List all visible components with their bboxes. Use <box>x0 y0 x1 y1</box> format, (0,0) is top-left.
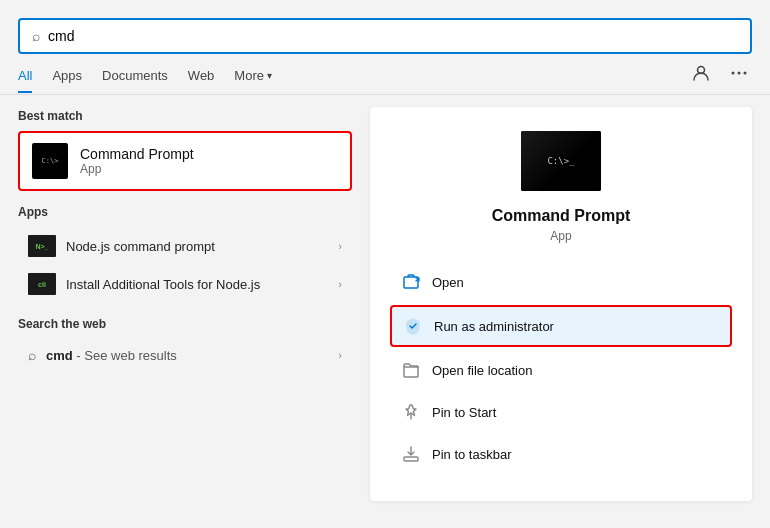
folder-icon <box>400 359 422 381</box>
chevron-right-icon: › <box>338 240 342 252</box>
best-match-item[interactable]: C:\> Command Prompt App <box>18 131 352 191</box>
apps-section-label: Apps <box>18 205 352 219</box>
tab-apps[interactable]: Apps <box>52 64 82 93</box>
chevron-down-icon: ▾ <box>267 70 272 81</box>
app-item-nodejs-cmd: Node.js command prompt <box>66 239 328 254</box>
person-icon <box>692 64 710 82</box>
nav-tabs: All Apps Documents Web More ▾ <box>0 54 770 95</box>
action-open-file-location[interactable]: Open file location <box>390 351 732 389</box>
left-panel: Best match C:\> Command Prompt App Apps … <box>0 95 370 513</box>
open-icon <box>400 271 422 293</box>
main-content: Best match C:\> Command Prompt App Apps … <box>0 95 770 513</box>
action-list: Open Run as administrator <box>390 263 732 473</box>
cmd-app-icon: C:\> <box>32 143 68 179</box>
web-query: cmd <box>46 348 73 363</box>
more-options-btn[interactable] <box>726 62 752 88</box>
best-match-name: Command Prompt <box>80 146 194 162</box>
action-open[interactable]: Open <box>390 263 732 301</box>
web-suffix: - See web results <box>76 348 176 363</box>
list-item[interactable]: N>_ Node.js command prompt › <box>18 227 352 265</box>
svg-point-1 <box>732 72 735 75</box>
app-preview-type: App <box>550 229 571 243</box>
best-match-type: App <box>80 162 194 176</box>
web-item-text: cmd - See web results <box>46 348 328 363</box>
action-pin-start[interactable]: Pin to Start <box>390 393 732 431</box>
action-pin-taskbar[interactable]: Pin to taskbar <box>390 435 732 473</box>
nav-tabs-left: All Apps Documents Web More ▾ <box>18 64 272 92</box>
app-item-nodejs-tools: Install Additional Tools for Node.js <box>66 277 328 292</box>
more-label: More <box>234 68 264 83</box>
search-web-label: Search the web <box>18 317 352 331</box>
shield-icon <box>402 315 424 337</box>
svg-rect-4 <box>404 277 418 288</box>
list-item[interactable]: cli Install Additional Tools for Node.js… <box>18 265 352 303</box>
app-preview-icon: C:\>_ <box>521 131 601 191</box>
svg-rect-6 <box>404 457 418 461</box>
more-dots-icon <box>730 64 748 82</box>
nodejs-cmd-icon: N>_ <box>28 235 56 257</box>
search-input[interactable] <box>48 28 738 44</box>
tab-more[interactable]: More ▾ <box>234 64 272 93</box>
best-match-label: Best match <box>18 109 352 123</box>
tab-web[interactable]: Web <box>188 64 215 93</box>
action-file-location-label: Open file location <box>432 363 532 378</box>
action-run-as-admin[interactable]: Run as administrator <box>390 305 732 347</box>
right-panel: C:\>_ Command Prompt App Open <box>370 107 752 501</box>
search-web-section: Search the web ⌕ cmd - See web results › <box>18 317 352 371</box>
pin-taskbar-icon <box>400 443 422 465</box>
search-bar: ⌕ <box>18 18 752 54</box>
person-icon-btn[interactable] <box>688 62 714 88</box>
pin-start-icon <box>400 401 422 423</box>
app-preview-icon-text: C:\>_ <box>543 152 578 170</box>
search-bar-wrapper: ⌕ <box>0 0 770 54</box>
action-admin-label: Run as administrator <box>434 319 554 334</box>
best-match-text: Command Prompt App <box>80 146 194 176</box>
chevron-right-icon-3: › <box>338 349 342 361</box>
chevron-right-icon-2: › <box>338 278 342 290</box>
web-search-item[interactable]: ⌕ cmd - See web results › <box>18 339 352 371</box>
nav-tabs-right <box>688 62 752 94</box>
tab-documents[interactable]: Documents <box>102 64 168 93</box>
nodejs-tools-icon: cli <box>28 273 56 295</box>
web-search-icon: ⌕ <box>28 347 36 363</box>
action-pin-start-label: Pin to Start <box>432 405 496 420</box>
action-pin-taskbar-label: Pin to taskbar <box>432 447 512 462</box>
svg-point-2 <box>738 72 741 75</box>
app-preview-name: Command Prompt <box>492 207 631 225</box>
search-icon: ⌕ <box>32 28 40 44</box>
search-panel: ⌕ All Apps Documents Web More ▾ <box>0 0 770 528</box>
action-open-label: Open <box>432 275 464 290</box>
svg-point-3 <box>744 72 747 75</box>
tab-all[interactable]: All <box>18 64 32 93</box>
apps-section: Apps N>_ Node.js command prompt › cli In… <box>18 205 352 303</box>
